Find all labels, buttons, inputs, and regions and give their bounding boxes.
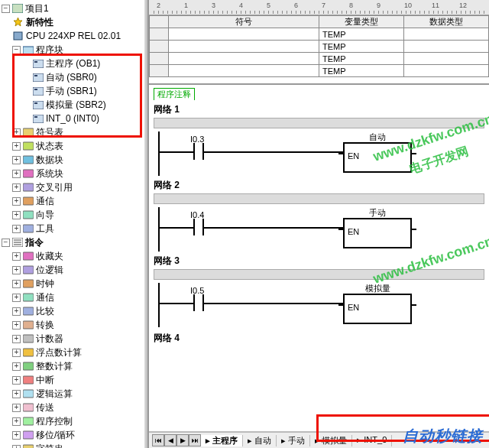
expand-icon[interactable]: +	[12, 376, 21, 385]
expand-icon[interactable]: +	[12, 128, 21, 137]
ladder-rung[interactable]: I0.3自动EN	[158, 131, 484, 176]
tree-instr-item[interactable]: +传送	[2, 401, 147, 414]
call-box[interactable]: 自动EN	[343, 142, 412, 173]
network-comment-strip[interactable]	[154, 193, 484, 204]
expand-icon[interactable]: +	[12, 431, 21, 440]
tree-pou-item[interactable]: 自动 (SBR0)	[2, 70, 147, 84]
expand-icon[interactable]: +	[12, 156, 21, 164]
tree-node[interactable]: +符号表	[2, 125, 147, 139]
expand-icon[interactable]: +	[12, 252, 21, 261]
expand-icon[interactable]: +	[12, 349, 21, 357]
cell-datatype[interactable]	[403, 53, 488, 65]
col-symbol[interactable]: 符号	[168, 16, 319, 28]
pou-tab[interactable]: ▸ 手动	[277, 435, 310, 446]
call-box[interactable]: 模拟量EN	[343, 294, 412, 324]
cell-datatype[interactable]	[403, 65, 488, 77]
tree-instr-item[interactable]: +计数器	[2, 332, 147, 346]
tree-node[interactable]: +向导	[2, 208, 147, 222]
pou-tab[interactable]: ▸ 模拟量	[310, 435, 352, 446]
cell-symbol[interactable]	[168, 41, 319, 53]
tree-instr-item[interactable]: +位逻辑	[2, 263, 147, 277]
expand-icon[interactable]: +	[12, 390, 21, 398]
tree-instr-item[interactable]: +通信	[2, 291, 147, 304]
expand-icon[interactable]: +	[12, 445, 21, 449]
cell-symbol[interactable]	[168, 53, 319, 65]
tree-instr-item[interactable]: +比较	[2, 304, 147, 318]
tree-pou-item[interactable]: 主程序 (OB1)	[2, 57, 147, 70]
tree-cpu[interactable]: CPU 224XP REL 02.01	[2, 29, 147, 43]
cell-datatype[interactable]	[403, 41, 488, 53]
expand-icon[interactable]: −	[2, 239, 10, 247]
tree-instr-item[interactable]: +收藏夹	[2, 249, 147, 263]
pou-tab[interactable]: ▸ 主程序	[201, 435, 243, 446]
table-row[interactable]: TEMP	[150, 28, 489, 41]
tab-nav-first[interactable]: ⏮	[152, 434, 164, 446]
expand-icon[interactable]: −	[12, 46, 21, 54]
tree-node[interactable]: +交叉引用	[2, 180, 147, 194]
ladder-rung[interactable]: I0.5模拟量EN	[158, 283, 484, 327]
network-title[interactable]: 网络 4	[154, 330, 484, 346]
table-row[interactable]: TEMP	[150, 65, 489, 77]
tree-node[interactable]: +工具	[2, 222, 147, 235]
tree-node[interactable]: +通信	[2, 194, 147, 208]
expand-icon[interactable]: +	[12, 170, 21, 178]
table-row[interactable]: TEMP	[150, 41, 489, 53]
tree-pou-item[interactable]: INT_0 (INT0)	[2, 112, 147, 125]
col-datatype[interactable]: 数据类型	[403, 16, 488, 28]
tree-instr-item[interactable]: +移位/循环	[2, 428, 147, 442]
pou-tab[interactable]: ▸ 自动	[243, 435, 277, 446]
tree-node[interactable]: +数据块	[2, 153, 147, 167]
contact-no[interactable]	[193, 219, 204, 235]
expand-icon[interactable]: +	[12, 404, 21, 412]
cell-vartype[interactable]: TEMP	[319, 28, 403, 41]
tab-nav-prev[interactable]: ◀	[164, 434, 176, 446]
tree-project[interactable]: − 项目1	[2, 2, 147, 15]
expand-icon[interactable]: +	[12, 417, 21, 426]
expand-icon[interactable]: +	[12, 362, 21, 371]
cell-vartype[interactable]: TEMP	[319, 65, 403, 77]
expand-icon[interactable]: +	[12, 335, 21, 343]
expand-icon[interactable]: +	[12, 321, 21, 330]
tree-instr-item[interactable]: +程序控制	[2, 414, 147, 428]
expand-icon[interactable]: +	[12, 266, 21, 274]
tree-pou-item[interactable]: 手动 (SBR1)	[2, 84, 147, 98]
tree-instructions[interactable]: − 指令	[2, 235, 147, 249]
tab-nav-last[interactable]: ⏭	[189, 434, 201, 446]
network-title[interactable]: 网络 1	[154, 102, 484, 118]
call-box[interactable]: 手动EN	[343, 218, 412, 248]
cell-symbol[interactable]	[168, 28, 319, 41]
cell-vartype[interactable]: TEMP	[319, 53, 403, 65]
tree-new-feature[interactable]: 新特性	[2, 15, 147, 29]
tab-nav-next[interactable]: ▶	[176, 434, 189, 446]
network-title[interactable]: 网络 3	[154, 253, 484, 269]
expand-icon[interactable]: +	[12, 280, 21, 288]
col-vartype[interactable]: 变量类型	[319, 16, 403, 28]
contact-no[interactable]	[193, 294, 204, 311]
cell-vartype[interactable]: TEMP	[319, 41, 403, 53]
tree-instr-item[interactable]: +整数计算	[2, 359, 147, 373]
expand-icon[interactable]: −	[2, 5, 10, 13]
tree-instr-item[interactable]: +转换	[2, 318, 147, 332]
table-row[interactable]: TEMP	[150, 53, 489, 65]
expand-icon[interactable]: +	[12, 142, 21, 151]
ladder-rung[interactable]: I0.4手动EN	[158, 207, 484, 252]
tree-program-block[interactable]: − 程序块	[2, 43, 147, 57]
network-comment-strip[interactable]	[154, 118, 484, 128]
expand-icon[interactable]: +	[12, 211, 21, 219]
expand-icon[interactable]: +	[12, 183, 21, 192]
expand-icon[interactable]: +	[12, 197, 21, 206]
cell-symbol[interactable]	[168, 65, 319, 77]
tree-node[interactable]: +状态表	[2, 139, 147, 153]
pou-tab[interactable]: ▸ INT_0	[352, 435, 392, 446]
tree-node[interactable]: +系统块	[2, 167, 147, 180]
network-comment-strip[interactable]	[154, 269, 484, 280]
expand-icon[interactable]: +	[12, 307, 21, 316]
program-comment-header[interactable]: 程序注释	[154, 88, 195, 100]
tree-instr-item[interactable]: +字符串	[2, 442, 147, 448]
tree-instr-item[interactable]: +中断	[2, 373, 147, 387]
tree-instr-item[interactable]: +时钟	[2, 277, 147, 291]
tree-pou-item[interactable]: 模拟量 (SBR2)	[2, 98, 147, 112]
network-title[interactable]: 网络 2	[154, 177, 484, 193]
cell-datatype[interactable]	[403, 28, 488, 41]
expand-icon[interactable]: +	[12, 225, 21, 233]
